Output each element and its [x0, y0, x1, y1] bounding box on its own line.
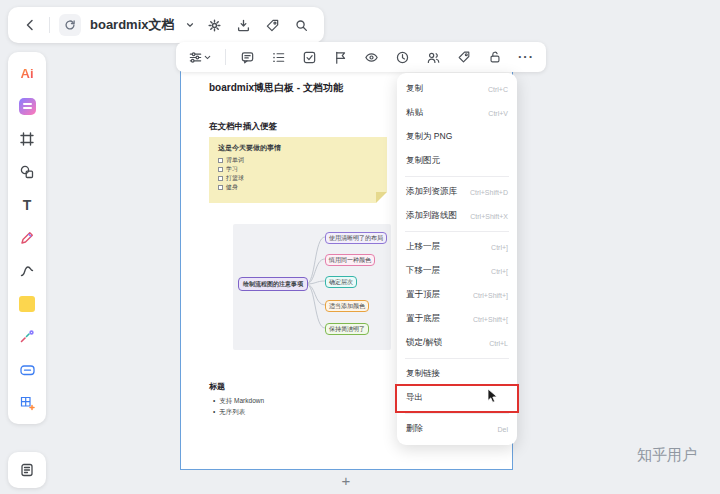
- lock-button[interactable]: [485, 47, 505, 67]
- mindmap-branch-node[interactable]: 适当添加颜色: [325, 300, 369, 312]
- tag-button[interactable]: [263, 15, 283, 35]
- template-icon: [19, 98, 36, 115]
- flag-button[interactable]: [330, 47, 350, 67]
- connector-tool[interactable]: [15, 259, 39, 283]
- ellipsis-icon: ···: [518, 52, 534, 62]
- table-plus-icon: [19, 395, 35, 411]
- menu-item-move-up[interactable]: 上移一层Ctrl+]: [397, 235, 517, 259]
- doc-title-dropdown[interactable]: [184, 15, 196, 35]
- task-item[interactable]: 背单词: [218, 156, 378, 165]
- flag-icon: [333, 50, 348, 65]
- mindmap-branch-node[interactable]: 慎用同一种颜色: [325, 254, 375, 266]
- tool-sidebar: Ai T: [8, 52, 46, 424]
- sticky-note-tool[interactable]: [15, 292, 39, 316]
- mindmap-branch-node[interactable]: 确定层次: [325, 276, 357, 288]
- checkbox-icon: [302, 50, 317, 65]
- list-icon: [271, 50, 286, 65]
- page-title[interactable]: boardmix博思白板 - 文档功能: [209, 81, 343, 95]
- menu-item-export[interactable]: 导出: [397, 386, 517, 410]
- mindmap-center-node[interactable]: 绘制流程图的注意事项: [238, 277, 308, 291]
- unlock-icon: [488, 50, 502, 64]
- menu-item-copy-element[interactable]: 复制图元: [397, 149, 517, 173]
- templates-tool[interactable]: [15, 94, 39, 118]
- menu-item-add-to-library[interactable]: 添加到资源库Ctrl+Shift+D: [397, 180, 517, 204]
- menu-item-bring-to-front[interactable]: 置于顶层Ctrl+Shift+]: [397, 283, 517, 307]
- menu-item-lock-unlock[interactable]: 锁定/解锁Ctrl+L: [397, 331, 517, 355]
- tune-icon: [188, 50, 203, 65]
- settings-button[interactable]: [205, 15, 225, 35]
- task-item[interactable]: 打篮球: [218, 174, 378, 183]
- boardmix-logo-icon[interactable]: [59, 14, 81, 36]
- search-button[interactable]: [292, 15, 312, 35]
- eye-button[interactable]: [361, 47, 381, 67]
- tag-icon: [265, 18, 280, 33]
- comment-button[interactable]: [237, 47, 257, 67]
- embed-tool[interactable]: [15, 358, 39, 382]
- canvas-toolbar: ···: [176, 42, 546, 72]
- history-button[interactable]: [392, 47, 412, 67]
- tag-button-canvas[interactable]: [454, 47, 474, 67]
- text-icon: T: [23, 197, 32, 213]
- section-heading-insert-note[interactable]: 在文档中插入便签: [209, 121, 277, 133]
- back-button[interactable]: [20, 15, 40, 35]
- checkbox-icon[interactable]: [218, 158, 223, 163]
- text-tool[interactable]: T: [15, 193, 39, 217]
- bullet-list: 支持 Markdown 无序列表: [213, 395, 264, 417]
- menu-item-move-down[interactable]: 下移一层Ctrl+[: [397, 259, 517, 283]
- save-button[interactable]: [234, 15, 254, 35]
- mind-map-tool[interactable]: [15, 325, 39, 349]
- mind-map-icon: [19, 329, 35, 345]
- section-heading-title[interactable]: 标题: [209, 381, 225, 392]
- header-bar: boardmix文档: [8, 7, 324, 43]
- doc-title[interactable]: boardmix文档: [90, 16, 175, 34]
- task-button[interactable]: [299, 47, 319, 67]
- task-label: 背单词: [226, 156, 244, 165]
- task-label: 学习: [226, 165, 238, 174]
- menu-item-delete[interactable]: 删除Del: [397, 417, 517, 441]
- shapes-tool[interactable]: [15, 160, 39, 184]
- menu-item-copy-link[interactable]: 复制链接: [397, 362, 517, 386]
- task-label: 健身: [226, 183, 238, 192]
- more-button[interactable]: ···: [516, 47, 536, 67]
- context-menu: 复制Ctrl+C 粘贴Ctrl+V 复制为 PNG 复制图元 添加到资源库Ctr…: [397, 73, 517, 445]
- ai-assistant-tool[interactable]: Ai: [15, 61, 39, 85]
- menu-divider: [405, 413, 509, 414]
- menu-divider: [405, 176, 509, 177]
- checkbox-icon[interactable]: [218, 185, 223, 190]
- notes-icon: [19, 462, 35, 478]
- bullet-item[interactable]: 支持 Markdown: [213, 395, 264, 406]
- clock-icon: [395, 50, 410, 65]
- add-block-button[interactable]: +: [338, 472, 354, 489]
- comment-icon: [240, 50, 255, 65]
- sticky-note-title[interactable]: 这是今天要做的事情: [218, 143, 378, 153]
- task-item[interactable]: 学习: [218, 165, 378, 174]
- frame-tool[interactable]: [15, 127, 39, 151]
- text-style-dropdown[interactable]: [186, 47, 214, 67]
- menu-divider: [405, 358, 509, 359]
- menu-item-add-to-roadmap[interactable]: 添加到路线图Ctrl+Shift+X: [397, 204, 517, 228]
- menu-item-copy-as-png[interactable]: 复制为 PNG: [397, 125, 517, 149]
- sticky-note[interactable]: 这是今天要做的事情 背单词 学习 打篮球 健身: [209, 137, 387, 203]
- table-tool[interactable]: [15, 391, 39, 415]
- task-item[interactable]: 健身: [218, 183, 378, 192]
- notes-panel-button[interactable]: [8, 452, 46, 488]
- menu-item-copy[interactable]: 复制Ctrl+C: [397, 77, 517, 101]
- mindmap-branch-node[interactable]: 使用清晰明了的布局: [325, 232, 387, 244]
- mindmap-branch-node[interactable]: 保持简洁明了: [325, 323, 369, 335]
- mindmap-image[interactable]: 绘制流程图的注意事项 使用清晰明了的布局 慎用同一种颜色 确定层次 适当添加颜色…: [233, 224, 391, 350]
- menu-divider: [405, 231, 509, 232]
- checkbox-icon[interactable]: [218, 167, 223, 172]
- collaborators-button[interactable]: [423, 47, 443, 67]
- menu-item-send-to-back[interactable]: 置于底层Ctrl+Shift+[: [397, 307, 517, 331]
- download-icon: [236, 18, 251, 33]
- pen-tool[interactable]: [15, 226, 39, 250]
- menu-item-paste[interactable]: 粘贴Ctrl+V: [397, 101, 517, 125]
- people-icon: [426, 50, 441, 65]
- watermark-zhihu-user: 知乎用户: [637, 446, 697, 465]
- ordered-list-button[interactable]: [268, 47, 288, 67]
- frame-icon: [19, 131, 35, 147]
- sticky-note-icon: [19, 296, 35, 312]
- bullet-item[interactable]: 无序列表: [213, 406, 264, 417]
- eye-icon: [364, 50, 379, 65]
- checkbox-icon[interactable]: [218, 176, 223, 181]
